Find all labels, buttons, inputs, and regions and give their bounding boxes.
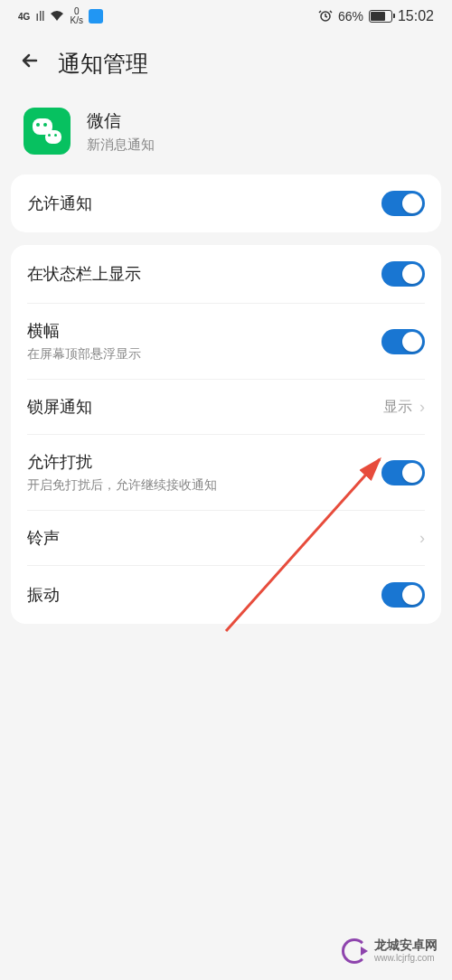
- row-allow-disturb: 允许打扰 开启免打扰后，允许继续接收通知: [27, 434, 425, 510]
- watermark: 龙城安卓网 www.lcjrfg.com: [342, 938, 438, 964]
- card-allow-notifications: 允许通知: [11, 174, 441, 232]
- page-title: 通知管理: [58, 49, 148, 79]
- time: 15:02: [398, 8, 434, 24]
- status-bar: 4G ıll 0 K/s 66% 15:02: [0, 0, 452, 33]
- chevron-right-icon: ›: [419, 398, 425, 417]
- status-left: 4G ıll 0 K/s: [18, 7, 103, 25]
- status-bar-display-label: 在状态栏上显示: [27, 263, 141, 285]
- app-name: 微信: [87, 109, 155, 133]
- page-header: 通知管理: [0, 33, 452, 95]
- allow-disturb-toggle[interactable]: [381, 460, 425, 485]
- banner-label: 横幅: [27, 320, 141, 342]
- banner-toggle[interactable]: [381, 329, 425, 354]
- row-vibration: 振动: [27, 565, 425, 624]
- battery-percent: 66%: [338, 9, 363, 24]
- app-indicator-icon: [89, 9, 103, 24]
- lock-screen-label: 锁屏通知: [27, 396, 92, 418]
- allow-notifications-label: 允许通知: [27, 193, 92, 214]
- wechat-app-icon: [24, 108, 71, 155]
- speed-indicator: 0 K/s: [70, 7, 82, 25]
- row-ringtone[interactable]: 铃声 ›: [27, 510, 425, 565]
- app-subtitle: 新消息通知: [87, 137, 155, 154]
- row-status-bar-display: 在状态栏上显示: [27, 245, 425, 303]
- network-type: 4G: [18, 12, 30, 22]
- ringtone-label: 铃声: [27, 527, 60, 549]
- card-notification-settings: 在状态栏上显示 横幅 在屏幕顶部悬浮显示 锁屏通知 显示 › 允许打扰 开启免打…: [11, 245, 441, 624]
- allow-notifications-toggle[interactable]: [381, 191, 425, 216]
- status-bar-display-toggle[interactable]: [381, 261, 425, 287]
- status-right: 66% 15:02: [318, 8, 434, 25]
- chevron-right-icon: ›: [419, 529, 425, 548]
- row-allow-notifications: 允许通知: [27, 174, 425, 232]
- row-banner: 横幅 在屏幕顶部悬浮显示: [27, 303, 425, 379]
- wifi-icon: [50, 9, 64, 24]
- alarm-icon: [318, 8, 333, 25]
- banner-subtitle: 在屏幕顶部悬浮显示: [27, 346, 141, 363]
- back-button[interactable]: [18, 49, 42, 79]
- row-lock-screen[interactable]: 锁屏通知 显示 ›: [27, 379, 425, 434]
- allow-disturb-label: 允许打扰: [27, 451, 217, 473]
- watermark-logo-icon: [342, 938, 367, 964]
- vibration-label: 振动: [27, 584, 60, 606]
- battery-icon: [369, 10, 392, 23]
- vibration-toggle[interactable]: [381, 582, 425, 608]
- watermark-url: www.lcjrfg.com: [374, 953, 438, 964]
- allow-disturb-subtitle: 开启免打扰后，允许继续接收通知: [27, 477, 217, 494]
- watermark-title: 龙城安卓网: [374, 938, 438, 953]
- app-info-section: 微信 新消息通知: [0, 95, 452, 174]
- signal-icon: ıll: [35, 9, 44, 24]
- lock-screen-value: 显示: [383, 398, 412, 417]
